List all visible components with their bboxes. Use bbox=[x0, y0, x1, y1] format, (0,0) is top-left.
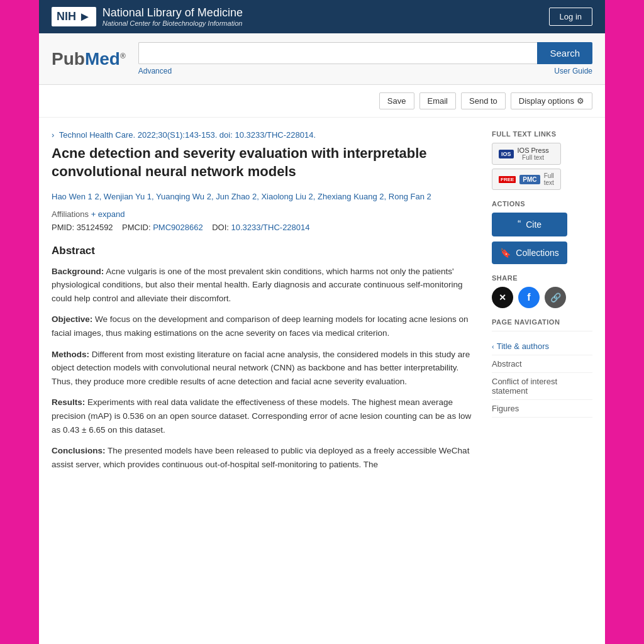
methods-text: Different from most existing literature … bbox=[52, 350, 470, 386]
pubmed-logo: PubMed® bbox=[52, 49, 126, 69]
citation-meta: 2022;30(S1):143-153. doi: 10.3233/THC-22… bbox=[138, 130, 316, 140]
pmid-label: PMID: bbox=[52, 223, 74, 232]
nav-label-figures: Figures bbox=[492, 404, 519, 413]
article-content: › Technol Health Care. 2022;30(S1):143-1… bbox=[52, 130, 492, 479]
pmcid-value[interactable]: PMC9028662 bbox=[153, 223, 203, 232]
display-options-label: Display options bbox=[519, 96, 574, 106]
results-text: Experiments with real data validate the … bbox=[52, 397, 471, 434]
bookmark-icon: 🔖 bbox=[500, 248, 511, 258]
advanced-link[interactable]: Advanced bbox=[138, 67, 172, 75]
search-button[interactable]: Search bbox=[537, 42, 592, 64]
sidebar: FULL TEXT LINKS IOS IOS Press Full text … bbox=[492, 130, 592, 479]
nav-item-abstract[interactable]: Abstract bbox=[492, 355, 592, 373]
abstract-title: Abstract bbox=[52, 245, 473, 257]
login-button[interactable]: Log in bbox=[549, 8, 592, 26]
pubmed-header: PubMed® Search Advanced User Guide bbox=[39, 33, 605, 85]
abstract-conclusions: Conclusions: The presented models have b… bbox=[52, 444, 473, 471]
authors: Hao Wen 1 2, Wenjian Yu 1, Yuanqing Wu 2… bbox=[52, 191, 473, 203]
nav-label-conflict: Conflict of interest statement bbox=[492, 377, 592, 396]
search-area: Search Advanced User Guide bbox=[138, 42, 592, 75]
display-options-button[interactable]: Display options ⚙ bbox=[511, 92, 592, 109]
affiliations-label: Affiliations bbox=[52, 209, 89, 219]
background-text: Acne vulgaris is one of the most prevale… bbox=[52, 267, 463, 303]
pubmed-logo-reg: ® bbox=[120, 51, 126, 60]
ios-press-button[interactable]: IOS IOS Press Full text bbox=[492, 143, 561, 165]
conclusions-label: Conclusions: bbox=[52, 446, 106, 455]
nih-org-sub: National Center for Biotechnology Inform… bbox=[103, 19, 243, 27]
objective-text: We focus on the development and comparis… bbox=[52, 314, 468, 338]
full-text-title: FULL TEXT LINKS bbox=[492, 130, 592, 138]
search-input[interactable] bbox=[138, 42, 538, 64]
results-label: Results: bbox=[52, 397, 85, 407]
full-text-links: IOS IOS Press Full text FREE PMC Full te… bbox=[492, 143, 592, 190]
x-icon: ✕ bbox=[499, 292, 506, 303]
nav-label-abstract: Abstract bbox=[492, 359, 522, 369]
share-facebook-button[interactable]: f bbox=[518, 287, 540, 308]
breadcrumb[interactable]: › Technol Health Care. 2022;30(S1):143-1… bbox=[52, 130, 473, 140]
nih-text: National Library of Medicine National Ce… bbox=[103, 6, 243, 27]
nih-logo: NIH ► bbox=[52, 7, 96, 26]
page-nav-title: PAGE NAVIGATION bbox=[492, 318, 592, 326]
nav-item-title-authors[interactable]: ‹ Title & authors bbox=[492, 338, 592, 355]
user-guide-link[interactable]: User Guide bbox=[554, 67, 592, 75]
collections-button[interactable]: 🔖 Collections bbox=[492, 242, 567, 264]
conclusions-text: The presented models have been released … bbox=[52, 446, 469, 469]
pmc-full-text: Full text bbox=[544, 172, 554, 186]
save-button[interactable]: Save bbox=[379, 92, 414, 109]
share-x-button[interactable]: ✕ bbox=[492, 287, 513, 308]
doi-label: DOI: bbox=[212, 223, 229, 232]
expand-link[interactable]: + expand bbox=[91, 209, 125, 219]
link-icon: 🔗 bbox=[550, 292, 561, 303]
pmc-button[interactable]: FREE PMC Full text bbox=[492, 169, 561, 190]
share-title: SHARE bbox=[492, 274, 592, 282]
pubmed-logo-pub: Pub bbox=[52, 49, 85, 69]
article-title: Acne detection and severity evaluation w… bbox=[52, 145, 473, 180]
doi-value[interactable]: 10.3233/THC-228014 bbox=[231, 223, 309, 232]
page-navigation: ‹ Title & authors Abstract Conflict of i… bbox=[492, 331, 592, 418]
actions-title: ACTIONS bbox=[492, 200, 592, 208]
nav-item-conflict[interactable]: Conflict of interest statement bbox=[492, 373, 592, 400]
abstract-results: Results: Experiments with real data vali… bbox=[52, 396, 473, 436]
background-label: Background: bbox=[52, 267, 104, 276]
ios-text: IOS Press Full text bbox=[518, 147, 549, 161]
nih-header: NIH ► National Library of Medicine Natio… bbox=[39, 0, 605, 33]
abstract-background: Background: Acne vulgaris is one of the … bbox=[52, 265, 473, 306]
objective-label: Objective: bbox=[52, 314, 92, 324]
free-badge: FREE bbox=[499, 176, 516, 183]
pmid-row: PMID: 35124592 PMCID: PMC9028662 DOI: 10… bbox=[52, 223, 473, 232]
ios-logo: IOS bbox=[499, 150, 514, 158]
nav-label-title-authors: Title & authors bbox=[497, 341, 549, 351]
cite-button[interactable]: “ Cite bbox=[492, 213, 567, 236]
affiliations-row: Affiliations + expand bbox=[52, 209, 473, 219]
abstract-objective: Objective: We focus on the development a… bbox=[52, 313, 473, 340]
toolbar: Save Email Send to Display options ⚙ bbox=[39, 85, 605, 118]
abstract-methods: Methods: Different from most existing li… bbox=[52, 348, 473, 389]
share-link-button[interactable]: 🔗 bbox=[545, 287, 566, 308]
main-content: › Technol Health Care. 2022;30(S1):143-1… bbox=[39, 118, 605, 491]
nih-logo-area: NIH ► National Library of Medicine Natio… bbox=[52, 6, 243, 27]
nav-arrow-icon: ‹ bbox=[492, 343, 494, 350]
cite-label: Cite bbox=[526, 219, 541, 230]
pmid-value: 35124592 bbox=[77, 223, 113, 232]
email-button[interactable]: Email bbox=[419, 92, 457, 109]
methods-label: Methods: bbox=[52, 350, 89, 359]
facebook-icon: f bbox=[527, 292, 530, 303]
breadcrumb-text: Technol Health Care. bbox=[59, 130, 135, 140]
breadcrumb-arrow: › bbox=[52, 130, 54, 140]
pmcid-label: PMCID: bbox=[122, 223, 151, 232]
send-to-button[interactable]: Send to bbox=[461, 92, 506, 109]
gear-icon: ⚙ bbox=[577, 96, 584, 106]
pmc-logo: PMC bbox=[519, 175, 540, 184]
pubmed-logo-med: Med bbox=[85, 49, 120, 69]
nav-item-figures[interactable]: Figures bbox=[492, 400, 592, 418]
collections-label: Collections bbox=[516, 248, 558, 258]
quote-icon: “ bbox=[518, 219, 521, 230]
nih-logo-text: NIH bbox=[57, 10, 76, 23]
nih-org-name: National Library of Medicine bbox=[103, 6, 243, 19]
share-icons: ✕ f 🔗 bbox=[492, 287, 592, 308]
